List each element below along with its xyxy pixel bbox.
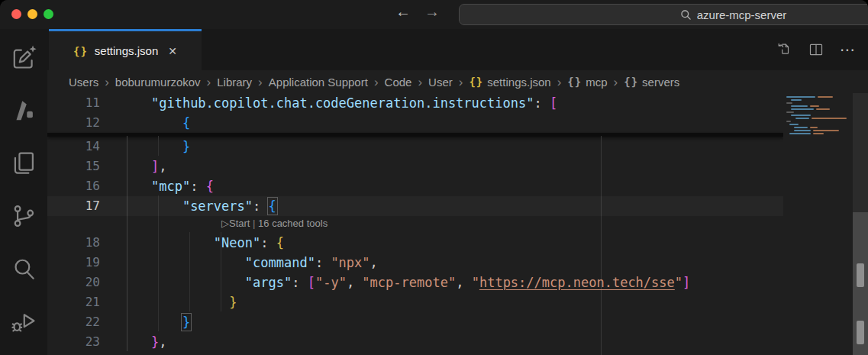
activity-bar	[0, 29, 47, 355]
sticky-scroll: 11 "github.copilot.chat.codeGeneration.i…	[47, 93, 783, 133]
forward-icon[interactable]: →	[424, 3, 440, 21]
code-text: "servers": {	[100, 196, 276, 216]
braces-icon: {}	[624, 76, 638, 88]
breadcrumb-label: settings.json	[487, 76, 550, 89]
code-text: }	[100, 292, 237, 312]
back-icon[interactable]: ←	[395, 3, 411, 21]
breadcrumb-separator: ›	[614, 76, 618, 88]
tab-close-icon[interactable]: ✕	[168, 45, 177, 57]
source-control-icon[interactable]	[8, 200, 40, 232]
open-changes-icon[interactable]	[776, 41, 792, 58]
scrollbar-thumb[interactable]	[857, 263, 864, 287]
breadcrumb-separator: ›	[258, 76, 263, 88]
copilot-edits-icon[interactable]	[8, 42, 40, 74]
line-number: 18	[47, 233, 100, 253]
code-text: "github.copilot.chat.codeGeneration.inst…	[100, 93, 557, 113]
titlebar: ← → azure-mcp-server	[0, 0, 868, 29]
breadcrumb-item-settings-json[interactable]: {}settings.json	[469, 76, 550, 89]
code-line-18[interactable]: 18 "Neon": {	[47, 233, 783, 253]
split-editor-icon[interactable]	[808, 41, 824, 58]
breadcrumb-label: Library	[217, 76, 252, 89]
tab-settings-json[interactable]: {} settings.json ✕	[49, 29, 202, 70]
code-line-14[interactable]: 14 }	[47, 137, 783, 157]
line-number: 19	[47, 253, 100, 273]
tab-label: settings.json	[95, 44, 158, 57]
code-text: }	[100, 312, 190, 332]
codelens-cached-tools-link[interactable]: 16 cached tools	[258, 218, 328, 229]
line-number: 22	[47, 312, 100, 332]
code-text: }	[100, 137, 190, 157]
breadcrumb-item-library[interactable]: Library	[217, 76, 252, 89]
line-number: 17	[47, 196, 100, 216]
breadcrumb-item-boburumurzokov[interactable]: boburumurzokov	[115, 76, 201, 89]
editor-actions: ⋯	[776, 29, 868, 70]
line-number: 16	[47, 176, 100, 196]
braces-icon: {}	[567, 76, 582, 88]
breadcrumb: Users›boburumurzokov›Library›Application…	[47, 70, 868, 93]
breadcrumb-item-application-support[interactable]: Application Support	[269, 76, 368, 89]
line-number: 14	[47, 137, 100, 157]
line-number: 12	[47, 113, 100, 133]
close-window-button[interactable]	[11, 9, 21, 19]
code-line-12[interactable]: 12 {	[47, 113, 783, 133]
window-controls	[11, 9, 53, 19]
breadcrumb-item-users[interactable]: Users	[69, 76, 98, 89]
breadcrumb-label: Application Support	[269, 76, 368, 89]
url-link[interactable]: https://mcp.neon.tech/sse	[479, 275, 675, 290]
code-line-21[interactable]: 21 }	[47, 292, 783, 312]
code-text: "command": "npx",	[100, 253, 378, 273]
breadcrumb-separator: ›	[557, 76, 562, 88]
code-line-17[interactable]: 17 "servers": {	[47, 196, 783, 216]
code-line-15[interactable]: 15 ],	[47, 157, 783, 176]
breadcrumb-item-servers[interactable]: {}servers	[624, 76, 679, 89]
scrollbar-thumb[interactable]	[857, 321, 864, 344]
code-line-11[interactable]: 11 "github.copilot.chat.codeGeneration.i…	[47, 93, 783, 113]
code-text: },	[100, 332, 166, 352]
code-line-19[interactable]: 19 "command": "npx",	[47, 253, 783, 273]
code-line-24[interactable]: 24 "chat.mcp.discovery.enabled": "true"	[47, 352, 783, 355]
run-debug-icon[interactable]	[8, 305, 40, 337]
line-number: 23	[47, 332, 100, 352]
search-sidebar-icon[interactable]	[8, 253, 40, 285]
breadcrumb-item-code[interactable]: Code	[385, 76, 412, 89]
more-actions-icon[interactable]: ⋯	[840, 41, 856, 58]
code-line-20[interactable]: 20 "args": ["-y", "mcp-remote", "https:/…	[47, 273, 783, 292]
breadcrumb-label: Users	[69, 76, 98, 89]
breadcrumb-separator: ›	[418, 76, 422, 88]
breadcrumb-label: boburumurzokov	[115, 76, 201, 89]
right-scrollbar-strip	[853, 93, 868, 355]
line-number: 15	[47, 157, 100, 176]
breadcrumb-separator: ›	[459, 76, 463, 88]
code-region[interactable]: 11 "github.copilot.chat.codeGeneration.i…	[47, 93, 783, 355]
line-number: 21	[47, 292, 100, 312]
breadcrumb-label: Code	[385, 76, 412, 89]
code-text: {	[100, 113, 190, 133]
code-text: "mcp": {	[100, 176, 214, 196]
code-lines: 14 }15 ],16 "mcp": {17 "servers": {▷Star…	[47, 137, 783, 355]
breadcrumb-label: servers	[642, 76, 679, 89]
minimize-window-button[interactable]	[27, 9, 37, 19]
explorer-icon[interactable]	[8, 147, 40, 179]
code-line-16[interactable]: 16 "mcp": {	[47, 176, 783, 196]
code-text: "chat.mcp.discovery.enabled": "true"	[100, 352, 432, 355]
command-center-label: azure-mcp-server	[697, 8, 787, 21]
vscode-window: ← → azure-mcp-server	[0, 0, 868, 355]
breadcrumb-separator: ›	[374, 76, 379, 88]
search-icon	[680, 9, 692, 21]
line-number: 20	[47, 273, 100, 292]
breadcrumb-item-mcp[interactable]: {}mcp	[567, 76, 607, 89]
command-center-search[interactable]: azure-mcp-server	[459, 4, 868, 25]
minimap[interactable]	[783, 93, 853, 355]
zoom-window-button[interactable]	[44, 9, 53, 19]
breadcrumb-label: mcp	[586, 76, 607, 89]
editor[interactable]: 11 "github.copilot.chat.codeGeneration.i…	[47, 93, 868, 355]
codelens-start-link[interactable]: ▷Start	[221, 218, 250, 229]
line-number: 24	[47, 352, 100, 355]
breadcrumb-item-user[interactable]: User	[428, 76, 453, 89]
json-braces-icon: {}	[73, 45, 88, 57]
code-line-23[interactable]: 23 },	[47, 332, 783, 352]
braces-icon: {}	[469, 76, 483, 88]
code-line-22[interactable]: 22 }	[47, 312, 783, 332]
extension-logo-icon[interactable]	[8, 95, 40, 127]
tab-bar: {} settings.json ✕ ⋯	[47, 29, 868, 70]
